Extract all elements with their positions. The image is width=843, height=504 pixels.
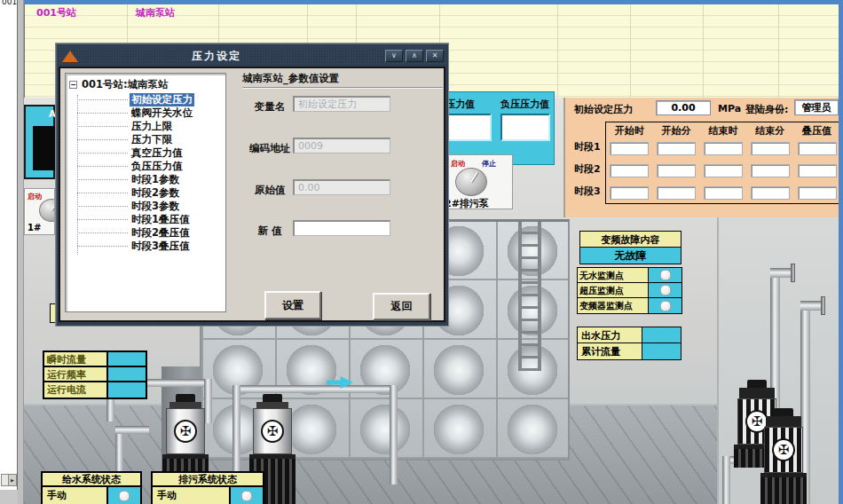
tree-item[interactable]: 时段1参数 bbox=[66, 173, 225, 186]
back-button[interactable]: 返回 bbox=[373, 293, 430, 320]
grid-line bbox=[630, 4, 631, 98]
schedule-cell[interactable] bbox=[610, 186, 649, 200]
dialog-titlebar[interactable]: 压力设定 ∨ ∧ ✕ bbox=[59, 46, 445, 66]
tree-item[interactable]: 时段2参数 bbox=[66, 186, 225, 200]
station-name-cell[interactable]: 城南泵站 bbox=[136, 6, 175, 20]
station-list[interactable]: 001 ▶ bbox=[0, 0, 18, 490]
frame-gutter bbox=[18, 0, 24, 504]
pump-cap bbox=[774, 408, 793, 416]
schedule-cell[interactable] bbox=[704, 164, 743, 177]
pump-body: ✠ bbox=[166, 408, 205, 454]
tree-item[interactable]: 真空压力值 bbox=[66, 146, 225, 160]
grid-line bbox=[778, 4, 779, 98]
schedule-cell[interactable] bbox=[798, 142, 837, 155]
new-value-field[interactable] bbox=[293, 220, 390, 236]
tree-item[interactable]: 时段1叠压值 bbox=[66, 213, 225, 226]
pump-neck bbox=[766, 416, 801, 427]
schedule-cell[interactable] bbox=[657, 164, 696, 177]
tank-ladder bbox=[518, 222, 541, 371]
code-address-field[interactable] bbox=[293, 138, 390, 154]
pump-body: ✠ bbox=[764, 427, 803, 473]
schedule-cell[interactable] bbox=[610, 164, 649, 177]
tree-root-label: 001号站:城南泵站 bbox=[82, 78, 169, 91]
schedule-cell[interactable] bbox=[657, 186, 696, 200]
schedule-row-label: 时段3 bbox=[574, 185, 601, 198]
readout-value-cell[interactable] bbox=[106, 382, 146, 398]
pump2-stop-label: 停止 bbox=[482, 159, 496, 169]
tree-item[interactable]: 时段2叠压值 bbox=[66, 226, 225, 240]
status-indicator-icon[interactable] bbox=[119, 490, 130, 501]
monitor-point-label: 变频器监测点 bbox=[578, 298, 648, 313]
tree-item[interactable]: 压力上限 bbox=[66, 120, 225, 133]
status-indicator-icon[interactable] bbox=[659, 270, 671, 281]
schedule-row-label: 时段2 bbox=[574, 162, 601, 176]
schedule-header-row: 开始时 开始分 结束时 结束分 叠压值 bbox=[606, 122, 840, 138]
schedule-row-1 bbox=[606, 138, 840, 160]
window-top-border bbox=[24, 0, 843, 4]
status-indicator-icon[interactable] bbox=[659, 285, 671, 296]
schedule-cell[interactable] bbox=[798, 164, 837, 177]
pipe-flange bbox=[821, 296, 825, 315]
station-list-item[interactable]: 001 bbox=[2, 0, 17, 6]
schedule-cell[interactable] bbox=[704, 186, 743, 200]
tree-collapse-icon[interactable]: − bbox=[69, 81, 77, 89]
vacuum-pressure-value-box[interactable] bbox=[445, 114, 492, 141]
pump1-name-label: 1# bbox=[28, 223, 41, 232]
set-button[interactable]: 设置 bbox=[264, 291, 321, 319]
schedule-cell[interactable] bbox=[751, 164, 790, 177]
pump1-switch-knob[interactable] bbox=[39, 199, 55, 222]
output-value-cell[interactable] bbox=[642, 327, 681, 343]
tree-item[interactable]: 压力下限 bbox=[66, 133, 225, 146]
variable-name-field[interactable] bbox=[293, 96, 390, 112]
pump1-switch-panel[interactable]: 启动 1# bbox=[24, 188, 55, 235]
minimize-button[interactable]: ∨ bbox=[385, 50, 403, 62]
schedule-cell[interactable] bbox=[657, 142, 696, 155]
original-value-field[interactable] bbox=[293, 179, 390, 195]
status-indicator-icon[interactable] bbox=[659, 300, 671, 311]
negative-pressure-value-box[interactable] bbox=[500, 114, 550, 141]
mode-label: 手动 bbox=[43, 487, 106, 504]
tree-item[interactable]: 蝶阀开关水位 bbox=[66, 106, 225, 120]
init-pressure-value-box[interactable]: 0.00 bbox=[656, 100, 711, 115]
grid-line bbox=[703, 4, 704, 98]
monitor-point-value bbox=[648, 283, 681, 297]
schedule-row-label: 时段1 bbox=[574, 140, 601, 154]
parameter-tree[interactable]: − 001号站:城南泵站 初始设定压力 蝶阀开关水位 压力上限 压力下限 真空压… bbox=[65, 73, 226, 312]
booster-pump-2: ✠ bbox=[760, 408, 807, 504]
output-value-cell[interactable] bbox=[642, 343, 681, 359]
station-list-scrollbar[interactable]: ▶ bbox=[1, 474, 17, 486]
restore-button[interactable]: ∧ bbox=[406, 50, 423, 62]
tree-item[interactable]: 时段3参数 bbox=[66, 200, 225, 213]
schedule-cell[interactable] bbox=[610, 142, 649, 155]
schedule-cell[interactable] bbox=[798, 186, 837, 200]
tree-item-init-pressure[interactable]: 初始设定压力 bbox=[66, 93, 225, 106]
schedule-cell[interactable] bbox=[704, 142, 743, 155]
negative-pressure-label: 负压压力值 bbox=[500, 98, 549, 111]
tree-root-node[interactable]: − 001号站:城南泵站 bbox=[69, 78, 225, 91]
code-address-label: 编码地址 bbox=[241, 142, 298, 155]
pipe bbox=[800, 301, 823, 311]
close-button[interactable]: ✕ bbox=[426, 50, 444, 62]
pump-cap bbox=[747, 380, 767, 388]
status-indicator-icon[interactable] bbox=[241, 490, 253, 501]
tree-item-list: 初始设定压力 蝶阀开关水位 压力上限 压力下限 真空压力值 负压压力值 时段1参… bbox=[66, 93, 225, 253]
pump2-switch-panel[interactable]: 启动 停止 2#排污泵 bbox=[442, 154, 513, 209]
pump2-switch-knob[interactable] bbox=[455, 168, 487, 196]
tree-item[interactable]: 时段3叠压值 bbox=[66, 240, 225, 253]
schedule-cell[interactable] bbox=[751, 142, 790, 155]
pipe bbox=[232, 385, 397, 393]
readout-row: 瞬时流量 bbox=[44, 352, 146, 367]
scrollbar-track[interactable] bbox=[2, 475, 8, 485]
tree-item[interactable]: 负压压力值 bbox=[66, 160, 225, 173]
schedule-cell[interactable] bbox=[751, 186, 790, 200]
pump-neck bbox=[256, 402, 288, 408]
readout-value-cell[interactable] bbox=[106, 367, 146, 381]
scrollbar-right-arrow-icon[interactable]: ▶ bbox=[8, 475, 16, 485]
pump-a-display bbox=[33, 126, 55, 170]
output-row: 出水压力 bbox=[578, 327, 681, 343]
readout-value-cell[interactable] bbox=[106, 352, 146, 366]
login-identity-value-box: 管理员 bbox=[794, 99, 839, 115]
pump-a-control-box[interactable]: A bbox=[24, 105, 55, 179]
station-id-cell[interactable]: 001号站 bbox=[36, 6, 76, 20]
form-header: 城南泵站_参数值设置 bbox=[242, 72, 339, 85]
